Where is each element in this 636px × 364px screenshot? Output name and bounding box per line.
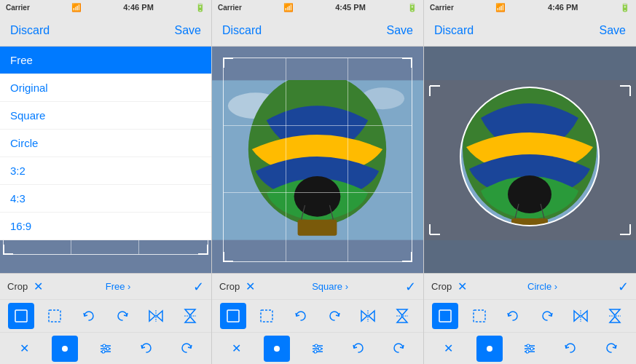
dropdown-item-square[interactable]: Square [0,102,211,130]
svg-point-17 [62,346,68,352]
flip-v-tool-2[interactable] [389,303,415,329]
svg-marker-11 [157,311,162,321]
undo-btn-2[interactable] [345,336,372,362]
image-area-2 [212,47,423,273]
crop-tool-2[interactable] [220,303,246,329]
battery-icon-1: 🔋 [195,3,205,12]
dropdown-item-4-3[interactable]: 4:3 [0,185,211,213]
carrier-1: Carrier [6,4,30,12]
crop-check-3[interactable]: ✓ [618,279,629,295]
move-btn-1[interactable] [52,336,78,362]
dropdown-item-circle[interactable]: Circle [0,130,211,157]
rotate-right-tool-1[interactable] [109,303,136,329]
svg-point-54 [508,175,551,213]
corner-bl-1 [3,245,13,255]
svg-rect-29 [298,219,337,235]
rotate-right-tool-2[interactable] [321,303,348,329]
balloon-image-2 [212,80,423,240]
flip-h-tool-2[interactable] [355,303,381,329]
dotted-rect-tool-2[interactable] [254,303,280,329]
move-btn-2[interactable] [264,336,290,362]
toolbar-row1-2: Crop ✕ Square › ✓ [212,274,423,300]
crop-label-3: Crop [431,281,452,292]
dropdown-item-3-2[interactable]: 3:2 [0,157,211,185]
redo-btn-3[interactable] [598,336,624,362]
undo-btn-1[interactable] [133,336,160,362]
nav-bar-1: Discard Save [0,15,211,47]
balloon-image-3 [424,80,636,240]
corner-tr-2 [402,58,412,68]
rotate-right-tool-3[interactable] [534,303,560,329]
crop-mode-2[interactable]: Square › [255,281,405,292]
image-area-3 [424,47,636,273]
x-btn-bottom-1[interactable]: ✕ [12,336,38,362]
rotate-left-tool-2[interactable] [288,303,314,329]
discard-button-2[interactable]: Discard [222,24,262,37]
svg-marker-64 [610,309,620,315]
battery-icon-2: 🔋 [407,3,417,12]
crop-label-1: Crop [7,281,28,292]
x-btn-bottom-2[interactable]: ✕ [224,336,250,362]
sliders-btn-2[interactable] [305,336,331,362]
crop-label-2: Crop [219,281,240,292]
dotted-rect-tool-3[interactable] [466,303,492,329]
x-btn-bottom-3[interactable]: ✕ [436,336,462,362]
crop-x-btn-1[interactable]: ✕ [34,280,43,293]
crop-x-btn-2[interactable]: ✕ [246,280,255,293]
dropdown-item-free[interactable]: Free [0,47,211,74]
corner-br-2 [402,252,412,262]
svg-rect-9 [49,310,60,322]
discard-button-3[interactable]: Discard [434,24,474,37]
svg-marker-62 [581,311,587,321]
sliders-btn-1[interactable] [93,336,119,362]
status-bar-3: Carrier 📶 4:46 PM 🔋 [424,0,636,15]
save-button-2[interactable]: Save [387,24,413,37]
undo-btn-3[interactable] [557,336,584,362]
corner-br-1 [198,245,208,255]
wifi-icon-3: 📶 [495,3,506,12]
carrier-2: Carrier [218,4,242,12]
svg-point-72 [527,344,530,347]
crop-tool-3[interactable] [432,303,458,329]
rotate-left-tool-3[interactable] [500,303,526,329]
save-button-1[interactable]: Save [175,24,201,37]
dotted-rect-tool-1[interactable] [42,303,68,329]
redo-btn-1[interactable] [173,336,200,362]
move-btn-3[interactable] [476,336,503,362]
wifi-icon-2: 📶 [283,3,294,12]
flip-v-tool-1[interactable] [177,303,203,329]
svg-rect-32 [227,310,239,322]
crop-check-1[interactable]: ✓ [193,279,204,295]
flip-v-tool-3[interactable] [602,303,628,329]
svg-marker-38 [397,317,407,323]
crop-tool-1[interactable] [8,303,34,329]
flip-h-tool-1[interactable] [143,303,169,329]
svg-point-28 [294,175,341,216]
redo-btn-2[interactable] [385,336,412,362]
crop-x-btn-3[interactable]: ✕ [458,280,467,293]
dropdown-item-16-9[interactable]: 16:9 [0,213,211,240]
discard-button-1[interactable]: Discard [10,24,50,37]
save-button-3[interactable]: Save [600,24,626,37]
svg-point-41 [274,346,280,352]
dropdown-menu: Free Original Square Circle 3:2 4:3 16:9 [0,47,211,240]
crop-check-2[interactable]: ✓ [405,279,416,295]
image-area-1: Free Original Square Circle 3:2 4:3 16:9 [0,47,211,273]
toolbar-row3-1: ✕ [0,332,211,364]
dropdown-item-original[interactable]: Original [0,74,211,102]
svg-marker-61 [574,311,580,321]
svg-marker-10 [149,311,155,321]
svg-point-73 [530,347,533,350]
bottom-toolbar-3: Crop ✕ Circle › ✓ [424,273,636,364]
rotate-left-tool-1[interactable] [76,303,102,329]
crop-mode-1[interactable]: Free › [43,281,193,292]
flip-h-tool-3[interactable] [568,303,594,329]
panel-1: Carrier 📶 4:46 PM 🔋 Discard Save [0,0,212,364]
sliders-btn-3[interactable] [517,336,543,362]
crop-mode-3[interactable]: Circle › [467,281,618,292]
bottom-toolbar-2: Crop ✕ Square › ✓ [212,273,423,364]
status-bar-2: Carrier 📶 4:45 PM 🔋 [212,0,423,15]
time-2: 4:45 PM [335,3,366,12]
bottom-toolbar-1: Crop ✕ Free › ✓ ✕ [0,273,211,364]
svg-rect-33 [261,310,272,322]
